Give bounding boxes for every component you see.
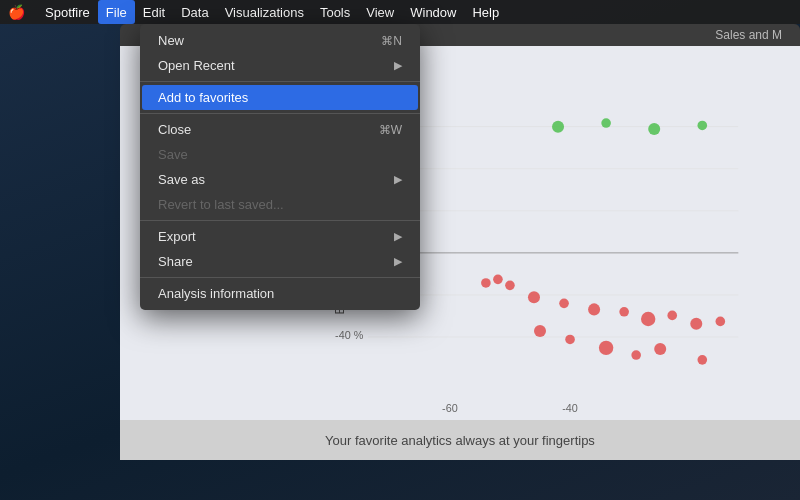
svg-point-27 bbox=[493, 275, 503, 285]
file-menu-dropdown: New ⌘N Open Recent ▶ Add to favorites Cl… bbox=[140, 24, 420, 310]
svg-point-31 bbox=[631, 350, 641, 360]
menu-bar-tools[interactable]: Tools bbox=[312, 0, 358, 24]
bottom-banner-text: Your favorite analytics always at your f… bbox=[325, 433, 595, 448]
svg-point-22 bbox=[619, 307, 629, 317]
svg-point-29 bbox=[565, 335, 575, 345]
menu-item-share[interactable]: Share ▶ bbox=[142, 249, 418, 274]
menu-item-revert: Revert to last saved... bbox=[142, 192, 418, 217]
menu-item-new[interactable]: New ⌘N bbox=[142, 28, 418, 53]
svg-text:-60: -60 bbox=[442, 402, 458, 414]
menu-item-analysis-info-label: Analysis information bbox=[158, 286, 274, 301]
svg-point-24 bbox=[667, 311, 677, 321]
dropdown-menu: New ⌘N Open Recent ▶ Add to favorites Cl… bbox=[140, 24, 420, 310]
svg-point-23 bbox=[641, 312, 655, 326]
menu-bar-edit[interactable]: Edit bbox=[135, 0, 173, 24]
svg-point-17 bbox=[697, 121, 707, 131]
menu-item-revert-label: Revert to last saved... bbox=[158, 197, 284, 212]
svg-point-25 bbox=[690, 318, 702, 330]
svg-point-34 bbox=[481, 278, 491, 288]
menu-bar-window[interactable]: Window bbox=[402, 0, 464, 24]
svg-point-26 bbox=[716, 317, 726, 327]
menu-bar-file[interactable]: File bbox=[98, 0, 135, 24]
app-title: Sales and M bbox=[715, 28, 782, 42]
svg-point-32 bbox=[654, 343, 666, 355]
menu-separator-2 bbox=[140, 113, 420, 114]
menu-item-open-recent[interactable]: Open Recent ▶ bbox=[142, 53, 418, 78]
menu-item-open-recent-label: Open Recent bbox=[158, 58, 235, 73]
menu-separator-1 bbox=[140, 81, 420, 82]
svg-point-28 bbox=[534, 325, 546, 337]
menu-item-save-label: Save bbox=[158, 147, 188, 162]
menu-bar-view[interactable]: View bbox=[358, 0, 402, 24]
svg-point-20 bbox=[559, 299, 569, 309]
svg-text:-40: -40 bbox=[562, 402, 578, 414]
menu-item-analysis-info[interactable]: Analysis information bbox=[142, 281, 418, 306]
menu-item-share-arrow: ▶ bbox=[394, 255, 402, 268]
svg-point-33 bbox=[697, 355, 707, 365]
menu-bar-data[interactable]: Data bbox=[173, 0, 216, 24]
menu-item-close-shortcut: ⌘W bbox=[379, 123, 402, 137]
svg-point-15 bbox=[601, 118, 611, 128]
menu-separator-3 bbox=[140, 220, 420, 221]
svg-point-21 bbox=[588, 303, 600, 315]
menu-item-save-as[interactable]: Save as ▶ bbox=[142, 167, 418, 192]
menu-item-export-arrow: ▶ bbox=[394, 230, 402, 243]
menu-item-save-as-label: Save as bbox=[158, 172, 205, 187]
svg-point-18 bbox=[505, 281, 515, 291]
bottom-banner: Your favorite analytics always at your f… bbox=[120, 420, 800, 460]
menu-item-close-label: Close bbox=[158, 122, 191, 137]
apple-menu-icon[interactable]: 🍎 bbox=[8, 4, 25, 20]
menu-item-new-shortcut: ⌘N bbox=[381, 34, 402, 48]
menu-bar-spotfire[interactable]: Spotfire bbox=[37, 0, 98, 24]
menu-item-save-as-arrow: ▶ bbox=[394, 173, 402, 186]
menu-item-export-label: Export bbox=[158, 229, 196, 244]
svg-point-16 bbox=[648, 123, 660, 135]
menu-item-add-to-favorites-label: Add to favorites bbox=[158, 90, 248, 105]
menu-item-open-recent-arrow: ▶ bbox=[394, 59, 402, 72]
menu-separator-4 bbox=[140, 277, 420, 278]
menu-item-close[interactable]: Close ⌘W bbox=[142, 117, 418, 142]
menu-item-new-label: New bbox=[158, 33, 184, 48]
svg-point-30 bbox=[599, 341, 613, 355]
svg-text:-40 %: -40 % bbox=[335, 329, 364, 341]
menu-bar: 🍎 Spotfire File Edit Data Visualizations… bbox=[0, 0, 800, 24]
menu-item-export[interactable]: Export ▶ bbox=[142, 224, 418, 249]
svg-point-14 bbox=[552, 121, 564, 133]
menu-item-save: Save bbox=[142, 142, 418, 167]
menu-bar-help[interactable]: Help bbox=[464, 0, 507, 24]
menu-item-share-label: Share bbox=[158, 254, 193, 269]
svg-point-19 bbox=[528, 291, 540, 303]
menu-bar-visualizations[interactable]: Visualizations bbox=[217, 0, 312, 24]
menu-item-add-to-favorites[interactable]: Add to favorites bbox=[142, 85, 418, 110]
